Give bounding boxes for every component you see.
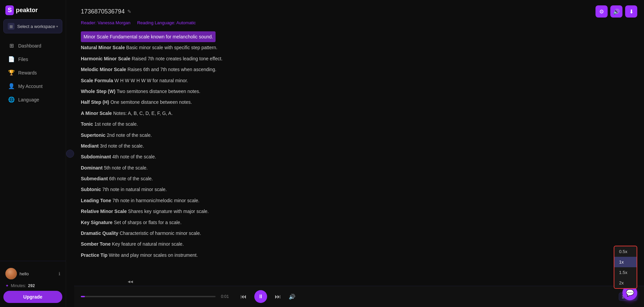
collapse-sidebar-button[interactable]: ◀◀: [66, 150, 74, 158]
sidebar-item-rewards[interactable]: 🏆 Rewards: [3, 66, 63, 79]
term: Dramatic Quality: [81, 231, 118, 236]
term: Subdominant: [81, 154, 111, 159]
description: Set of sharps or flats for a scale.: [114, 220, 182, 225]
sidebar-item-dashboard[interactable]: ⊞ Dashboard: [3, 39, 63, 52]
speed-option-1x[interactable]: 1x: [614, 257, 637, 267]
time-display: 0:01: [221, 294, 233, 299]
pause-button[interactable]: ⏸: [254, 290, 267, 303]
description: Shares key signature with major scale.: [128, 209, 209, 214]
text-line: Harmonic Minor Scale Raised 7th note cre…: [81, 53, 637, 64]
description: 2nd note of the scale.: [107, 132, 152, 138]
minutes-label: Minutes:: [11, 283, 26, 288]
text-line: Dramatic Quality Characteristic of harmo…: [81, 228, 637, 239]
description: W H W W H W W for natural minor.: [115, 78, 188, 83]
reader-label: Reader: Vanessa Morgan: [81, 20, 130, 25]
text-line: Whole Step (W) Two semitones distance be…: [81, 86, 637, 97]
account-icon: 👤: [8, 83, 15, 89]
reader-info: Reader: Vanessa Morgan Reading Language:…: [74, 18, 644, 28]
doc-title-row: 1736870536794 ✎: [81, 8, 131, 15]
text-line: Somber Tone Key feature of natural minor…: [81, 239, 637, 249]
sidebar-item-language[interactable]: 🌐 Language: [3, 93, 63, 106]
collapse-icon[interactable]: ◀◀: [128, 280, 133, 283]
content-area[interactable]: Minor Scale Fundamental scale known for …: [74, 28, 644, 286]
sidebar-item-label: My Account: [18, 84, 42, 89]
description: 5th note of the scale.: [104, 165, 148, 171]
skip-forward-button[interactable]: ⏭: [272, 291, 283, 302]
settings-button[interactable]: ⚙: [595, 5, 608, 18]
speed-option-1.5x[interactable]: 1.5x: [614, 267, 637, 278]
description: Two semitones distance between notes.: [117, 89, 200, 94]
user-area: hello ℹ: [3, 265, 62, 282]
text-line: Supertonic 2nd note of the scale.: [81, 130, 637, 141]
avatar-image: [5, 268, 17, 279]
term: Somber Tone: [81, 241, 110, 247]
term: Dominant: [81, 165, 103, 171]
term: Half Step (H): [81, 99, 109, 105]
playbar: 0:01 ⏮ ⏸ ⏭ 🔊 0.5x 1x 1.5x 2x 1x ▾: [74, 286, 644, 307]
progress-bar-fill: [81, 296, 85, 297]
term: Mediant: [81, 143, 99, 149]
description: Raises 6th and 7th notes when ascending.: [127, 67, 216, 72]
speed-dropdown: 0.5x 1x 1.5x 2x: [614, 246, 637, 289]
text-line: Subdominant 4th note of the scale.: [81, 151, 637, 162]
language-label: Reading Language: Automatic: [137, 20, 196, 25]
text-line: Dominant 5th note of the scale.: [81, 162, 637, 173]
sidebar-item-label: Dashboard: [18, 43, 41, 49]
text-line: Melodic Minor Scale Raises 6th and 7th n…: [81, 64, 637, 75]
logo-box: S: [5, 5, 14, 15]
text-line: A Minor Scale Notes: A, B, C, D, E, F, G…: [81, 108, 637, 119]
workspace-label: Select a workspace: [17, 24, 55, 29]
minutes-icon: ✦: [5, 283, 9, 288]
nav-items: ⊞ Dashboard 📄 Files 🏆 Rewards 👤 My Accou…: [0, 36, 66, 261]
text-line: Scale Formula W H W W H W W for natural …: [81, 75, 637, 86]
text-line: Leading Tone 7th note in harmonic/melodi…: [81, 195, 637, 206]
edit-icon[interactable]: ✎: [127, 9, 131, 14]
skip-back-button[interactable]: ⏮: [238, 291, 249, 302]
rewards-icon: 🏆: [8, 69, 15, 76]
term: Harmonic Minor Scale: [81, 56, 130, 61]
text-line: Relative Minor Scale Shares key signatur…: [81, 206, 637, 217]
text-line: Minor Scale Fundamental scale known for …: [81, 31, 216, 42]
minutes-row: ✦ Minutes: 292: [3, 282, 62, 291]
text-line: Tonic 1st note of the scale.: [81, 119, 637, 129]
info-icon[interactable]: ℹ: [59, 271, 60, 276]
text-line: Half Step (H) One semitone distance betw…: [81, 97, 637, 108]
description: Raised 7th note creates leading tone eff…: [132, 56, 223, 61]
upgrade-button[interactable]: Upgrade: [3, 291, 62, 303]
workspace-selector[interactable]: ▦ Select a workspace ▾: [3, 19, 62, 33]
minutes-count: 292: [28, 283, 35, 288]
description: 7th note in natural minor scale.: [102, 187, 167, 192]
download-button[interactable]: ⬇: [625, 5, 637, 18]
term: Tonic: [81, 121, 93, 127]
description: 6th note of the scale.: [109, 176, 153, 181]
term: Melodic Minor Scale: [81, 67, 126, 72]
text-line: Practice Tip Write and play minor scales…: [81, 250, 637, 260]
text-line: Subtonic 7th note in natural minor scale…: [81, 184, 637, 195]
description: Notes: A, B, C, D, E, F, G, A.: [113, 111, 173, 116]
description: 3rd note of the scale.: [100, 143, 144, 149]
term: Natural Minor Scale: [81, 45, 125, 50]
speed-option-0.5x[interactable]: 0.5x: [614, 246, 637, 257]
sidebar-item-label: Files: [18, 57, 28, 62]
term: Whole Step (W): [81, 89, 116, 94]
term: Leading Tone: [81, 198, 111, 203]
logo-area: S peaktor: [0, 0, 66, 19]
description: 1st note of the scale.: [94, 121, 138, 127]
sidebar-item-files[interactable]: 📄 Files: [3, 53, 63, 66]
speed-option-2x[interactable]: 2x: [614, 278, 637, 288]
progress-bar[interactable]: [81, 296, 216, 297]
tts-button[interactable]: 🔊: [610, 5, 622, 18]
chevron-down-icon: ▾: [56, 25, 58, 28]
document-title: 1736870536794: [81, 8, 125, 15]
user-name: hello: [20, 271, 29, 276]
term: Practice Tip: [81, 252, 107, 258]
files-icon: 📄: [8, 56, 15, 62]
avatar: [5, 268, 17, 279]
sidebar-item-my-account[interactable]: 👤 My Account: [3, 80, 63, 93]
text-line: Natural Minor Scale Basic minor scale wi…: [81, 42, 637, 53]
workspace-left: ▦ Select a workspace: [8, 23, 55, 30]
sidebar-footer: hello ℹ ✦ Minutes: 292 Upgrade: [0, 261, 66, 307]
term: A Minor Scale: [81, 111, 112, 116]
volume-button[interactable]: 🔊: [289, 294, 295, 300]
text-line: Key Signature Set of sharps or flats for…: [81, 217, 637, 228]
